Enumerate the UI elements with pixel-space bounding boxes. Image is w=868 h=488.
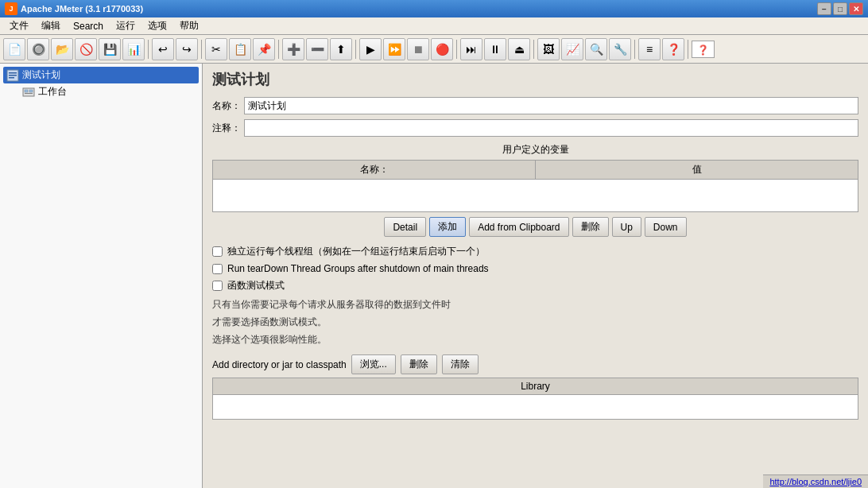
toolbar-search[interactable]: 🔍 bbox=[585, 38, 607, 60]
toolbar-cut[interactable]: ✂ bbox=[205, 38, 227, 60]
workbench-icon bbox=[22, 86, 35, 99]
toolbar-close[interactable]: 🚫 bbox=[75, 38, 97, 60]
tree-item-workbench-label: 工作台 bbox=[38, 85, 67, 99]
tree-item-test-plan-label: 测试计划 bbox=[22, 68, 60, 82]
checkbox-row-3: 函数测试模式 bbox=[212, 279, 858, 292]
toolbar-remote-stop2[interactable]: ⏏ bbox=[508, 38, 530, 60]
svg-rect-7 bbox=[25, 93, 33, 94]
add-button[interactable]: 添加 bbox=[429, 217, 466, 237]
tree-panel: 测试计划 工作台 bbox=[0, 64, 203, 488]
classpath-delete-button[interactable]: 删除 bbox=[401, 354, 437, 374]
menu-search[interactable]: Search bbox=[67, 19, 110, 33]
toolbar-add[interactable]: ➕ bbox=[282, 38, 304, 60]
status-bar-url[interactable]: http://blog.csdn.net/ljie0 bbox=[763, 474, 868, 488]
minimize-button[interactable]: − bbox=[817, 2, 831, 15]
classpath-section: Add directory or jar to classpath 浏览... … bbox=[212, 354, 858, 420]
menu-options[interactable]: 选项 bbox=[141, 17, 173, 34]
sep8 bbox=[688, 40, 688, 59]
svg-rect-1 bbox=[9, 72, 17, 74]
up-button[interactable]: Up bbox=[612, 217, 641, 237]
toolbar-redo[interactable]: ↪ bbox=[176, 38, 198, 60]
toolbar-list[interactable]: ≡ bbox=[638, 38, 661, 60]
comment-label: 注释： bbox=[212, 122, 244, 135]
svg-rect-5 bbox=[25, 90, 28, 92]
toolbar-run-no-pause[interactable]: ⏩ bbox=[383, 38, 405, 60]
sep5 bbox=[456, 40, 457, 59]
name-label: 名称： bbox=[212, 99, 244, 113]
add-from-clipboard-button[interactable]: Add from Clipboard bbox=[469, 217, 568, 237]
sep3 bbox=[278, 40, 279, 59]
menu-run[interactable]: 运行 bbox=[110, 17, 141, 34]
toolbar-remove[interactable]: ➖ bbox=[306, 38, 328, 60]
col-name: 名称： bbox=[213, 161, 536, 179]
toolbar-report[interactable]: 🖼 bbox=[537, 38, 560, 60]
svg-rect-6 bbox=[29, 90, 33, 92]
comment-input[interactable] bbox=[244, 119, 858, 137]
desc-text-3: 选择这个选项很影响性能。 bbox=[212, 332, 858, 347]
content-panel: 测试计划 名称： 注释： 用户定义的变量 名称： 值 Detail 添加 Add… bbox=[203, 64, 868, 488]
toolbar-save[interactable]: 💾 bbox=[99, 38, 121, 60]
col-value: 值 bbox=[536, 161, 858, 179]
menu-file[interactable]: 文件 bbox=[3, 17, 35, 34]
checkbox-label-3: 函数测试模式 bbox=[227, 279, 285, 292]
window-title: Apache JMeter (3.1 r1770033) bbox=[21, 4, 817, 14]
tree-item-test-plan[interactable]: 测试计划 bbox=[3, 67, 199, 83]
library-body[interactable] bbox=[213, 395, 858, 419]
test-plan-icon bbox=[6, 69, 19, 82]
variables-table-body[interactable] bbox=[213, 180, 858, 211]
checkbox-teardown[interactable] bbox=[212, 264, 223, 274]
classpath-clear-button[interactable]: 清除 bbox=[442, 354, 479, 374]
toolbar-open[interactable]: 📂 bbox=[51, 38, 73, 60]
toolbar-new[interactable]: 📄 bbox=[3, 38, 25, 60]
svg-rect-2 bbox=[9, 75, 17, 76]
toolbar-remote-stop1[interactable]: ⏸ bbox=[484, 38, 506, 60]
detail-button[interactable]: Detail bbox=[384, 217, 426, 237]
panel-title: 测试计划 bbox=[212, 70, 858, 89]
checkbox-functional-mode[interactable] bbox=[212, 281, 223, 291]
toolbar-expand[interactable]: ⬆ bbox=[330, 38, 352, 60]
checkbox-row-1: 独立运行每个线程组（例如在一个组运行结束后启动下一个） bbox=[212, 245, 858, 258]
library-table: Library bbox=[212, 378, 858, 420]
toolbar-shutdown[interactable]: 🔴 bbox=[431, 38, 453, 60]
sep7 bbox=[634, 40, 635, 59]
menu-bar: 文件 编辑 Search 运行 选项 帮助 bbox=[0, 17, 868, 35]
browse-button[interactable]: 浏览... bbox=[351, 354, 396, 374]
classpath-label: Add directory or jar to classpath bbox=[212, 359, 347, 370]
checkbox-label-1: 独立运行每个线程组（例如在一个组运行结束后启动下一个） bbox=[227, 245, 485, 258]
variables-table: 名称： 值 bbox=[212, 160, 858, 212]
checkbox-independent-groups[interactable] bbox=[212, 246, 223, 257]
toolbar-templates[interactable]: 🔘 bbox=[27, 38, 49, 60]
comment-row: 注释： bbox=[212, 119, 858, 137]
classpath-label-row: Add directory or jar to classpath 浏览... … bbox=[212, 354, 858, 374]
library-header: Library bbox=[213, 378, 858, 395]
timer-display: ❓ bbox=[692, 41, 715, 58]
maximize-button[interactable]: □ bbox=[833, 2, 847, 15]
toolbar-copy[interactable]: 📋 bbox=[229, 38, 251, 60]
svg-rect-3 bbox=[9, 77, 14, 79]
toolbar-remote-start[interactable]: ⏭ bbox=[460, 38, 482, 60]
delete-button[interactable]: 删除 bbox=[572, 217, 609, 237]
checkbox-label-2: Run tearDown Thread Groups after shutdow… bbox=[227, 263, 489, 274]
down-button[interactable]: Down bbox=[645, 217, 687, 237]
toolbar-stop[interactable]: ⏹ bbox=[407, 38, 429, 60]
main-layout: 测试计划 工作台 测试计划 名称： 注释： bbox=[0, 64, 868, 488]
toolbar-paste[interactable]: 📌 bbox=[253, 38, 275, 60]
toolbar-run[interactable]: ▶ bbox=[359, 38, 382, 60]
toolbar-undo[interactable]: ↩ bbox=[152, 38, 174, 60]
menu-edit[interactable]: 编辑 bbox=[35, 17, 67, 34]
sep2 bbox=[201, 40, 202, 59]
menu-help[interactable]: 帮助 bbox=[173, 17, 205, 34]
toolbar-clear[interactable]: 🔧 bbox=[609, 38, 631, 60]
toolbar-graph[interactable]: 📈 bbox=[561, 38, 583, 60]
tree-item-workbench[interactable]: 工作台 bbox=[3, 83, 199, 100]
name-row: 名称： bbox=[212, 97, 858, 114]
toolbar-saveas[interactable]: 📊 bbox=[122, 38, 145, 60]
name-input[interactable] bbox=[244, 97, 858, 114]
title-bar: J Apache JMeter (3.1 r1770033) − □ ✕ bbox=[0, 0, 868, 17]
desc-text-2: 才需要选择函数测试模式。 bbox=[212, 315, 858, 329]
sep1 bbox=[148, 40, 149, 59]
close-button[interactable]: ✕ bbox=[849, 2, 863, 15]
toolbar-help[interactable]: ❓ bbox=[662, 38, 684, 60]
app-icon: J bbox=[5, 2, 17, 15]
variables-table-header: 名称： 值 bbox=[213, 161, 858, 180]
